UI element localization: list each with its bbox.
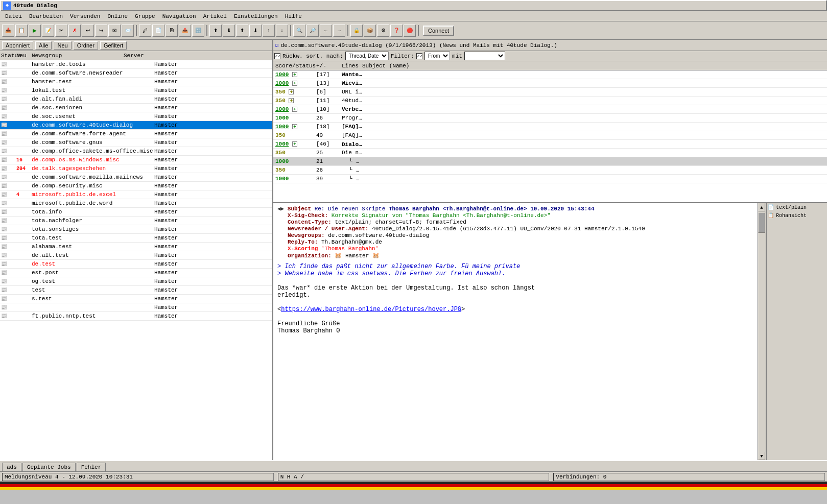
msg-row[interactable]: 350 + [11] 40tude_Dialog/2.0.15.41 (Wolf… [273, 97, 827, 105]
toolbar-btn-15[interactable]: 🔡 [192, 25, 204, 37]
scroll-thumb[interactable] [758, 212, 765, 233]
ng-row-nntp-test[interactable]: 📰 ft.public.nntp.test Hamster [0, 312, 272, 321]
menu-hilfe[interactable]: Hilfe [282, 13, 305, 20]
ng-btn-gefiltert[interactable]: Gefiltert [100, 41, 127, 50]
toolbar-btn-26[interactable]: 🔒 [350, 25, 363, 37]
toolbar-btn-17[interactable]: ⬇ [223, 25, 235, 37]
toolbar-btn-19[interactable]: ⬇ [249, 25, 262, 37]
toolbar-btn-21[interactable]: ↓ [276, 25, 288, 37]
ng-row-aldi[interactable]: 📰 de.alt.fan.aldi Hamster [0, 95, 272, 104]
mit-dropdown[interactable] [464, 52, 505, 60]
msg-row[interactable]: 1000 26 Programme zu Face und X-Face (Th… [273, 114, 827, 123]
filter-from-dropdown[interactable]: From [424, 52, 450, 60]
toolbar-btn-30[interactable]: 🔴 [404, 25, 416, 37]
toolbar-btn-11[interactable]: 🖊 [139, 25, 151, 37]
sort-checkbox[interactable]: ✓ [274, 53, 280, 59]
ng-row-40tude-dialog[interactable]: 📰 de.comm.software.40tude-dialog Hamster [0, 121, 272, 130]
ng-row-newsreader[interactable]: 📰 de.comm.software.newsreader Hamster [0, 69, 272, 78]
msg-row[interactable]: 1000 + [46] Dialog FAQ (Wolfgang Bauer) … [273, 140, 827, 149]
ng-row-alt-test[interactable]: 📰 de.alt.test Hamster [0, 251, 272, 260]
msg-row[interactable]: 350 25 Die neuen Skripte (Wolfgang Bauer… [273, 149, 827, 157]
msg-row[interactable]: 1000 39 └ Thomas Barghahn [273, 175, 827, 183]
ng-row-ms-office[interactable]: 📰 de.comp.office-pakete.ms-office.misc H… [0, 147, 272, 156]
tab-fehler[interactable]: Fehler [77, 463, 106, 471]
toolbar-btn-2[interactable]: 📋 [15, 25, 28, 37]
toolbar-btn-16[interactable]: ⬆ [209, 25, 222, 37]
toolbar-btn-5[interactable]: ✂ [55, 25, 67, 37]
ng-row-excel[interactable]: 📰 4 microsoft.public.de.excel Hamster [0, 190, 272, 199]
toolbar-btn-10[interactable]: 📨 [122, 25, 134, 37]
menu-artikel[interactable]: Artikel [200, 13, 230, 20]
ng-row-tagesgeschehen[interactable]: 📰 204 de.talk.tagesgeschehen Hamster [0, 164, 272, 173]
ng-btn-ordner[interactable]: Ordner [74, 41, 98, 50]
msg-row[interactable]: 350 26 └ Wolfgang Bauer [273, 166, 827, 175]
toolbar-btn-4[interactable]: 📝 [42, 25, 54, 37]
msg-row[interactable]: 1000 + [13] Wieviel Dialognutzer dürfte … [273, 79, 827, 88]
message-scrollbar[interactable]: ▲ ▼ [758, 203, 766, 460]
toolbar-btn-12[interactable]: 📄 [152, 25, 164, 37]
toolbar-btn-28[interactable]: ⚙ [377, 25, 389, 37]
toolbar-btn-7[interactable]: ↩ [82, 25, 94, 37]
connect-button[interactable]: Connect [423, 26, 454, 36]
menu-gruppe[interactable]: Gruppe [132, 13, 158, 20]
toolbar-btn-24[interactable]: ← [320, 25, 332, 37]
toolbar-btn-1[interactable]: 📥 [2, 25, 14, 37]
ng-row-lokal-test[interactable]: 📰 lokal.test Hamster [0, 86, 272, 95]
ng-row-mozilla[interactable]: 📰 de.comm.software.mozilla.mailnews Hams… [0, 173, 272, 182]
toolbar-btn-14[interactable]: 📤 [179, 25, 191, 37]
ng-row-security[interactable]: 📰 de.comp.security.misc Hamster [0, 182, 272, 190]
ng-row-tota-info[interactable]: 📰 tota.info Hamster [0, 208, 272, 217]
msg-row[interactable]: 1000 + [17] Wanted! (Thomas Barghahn) [273, 70, 827, 79]
tab-ads[interactable]: ads [2, 463, 21, 471]
ng-row-senioren[interactable]: 📰 de.soc.senioren Hamster [0, 104, 272, 112]
filter-checkbox[interactable]: ✓ [416, 53, 422, 59]
toolbar-btn-20[interactable]: ↑ [263, 25, 275, 37]
ng-row-hamster-test[interactable]: 📰 hamster.test Hamster [0, 78, 272, 86]
menu-datei[interactable]: Datei [2, 13, 25, 20]
toolbar-btn-9[interactable]: ✉ [108, 25, 121, 37]
scroll-up-btn[interactable]: ▲ [758, 203, 765, 211]
ng-row-forte-agent[interactable]: 📰 de.comm.software.forte-agent Hamster [0, 130, 272, 138]
toolbar-btn-18[interactable]: ⬆ [236, 25, 248, 37]
menu-einstellungen[interactable]: Einstellungen [231, 13, 281, 20]
ng-row-test[interactable]: 📰 test Hamster [0, 286, 272, 295]
ng-row-tota-nachfolger[interactable]: 📰 tota.nachfolger Hamster [0, 217, 272, 225]
expand-icon[interactable]: + [289, 98, 294, 103]
toolbar-btn-27[interactable]: 📦 [364, 25, 376, 37]
sort-dropdown[interactable]: Thread, Date [345, 52, 389, 60]
msg-row[interactable]: 1000 + [18] [FAQ] Formulierung einer Ant… [273, 123, 827, 131]
menu-versenden[interactable]: Versenden [67, 13, 103, 20]
msg-row[interactable]: 1000 + [10] Verbesserung von Dialog lohn… [273, 105, 827, 114]
toolbar-btn-6[interactable]: ✗ [68, 25, 81, 37]
ng-row-gnus[interactable]: 📰 de.comm.software.gnus Hamster [0, 138, 272, 147]
expand-icon[interactable]: + [292, 81, 297, 86]
ng-btn-neu[interactable]: Neu [54, 41, 71, 50]
toolbar-btn-13[interactable]: 🖹 [166, 25, 178, 37]
ng-row-ms-windows[interactable]: 📰 16 de.comp.os.ms-windows.misc Hamster [0, 156, 272, 164]
ng-row-hamster-tools[interactable]: 📰 hamster.de.tools Hamster [0, 60, 272, 69]
toolbar-btn-8[interactable]: ↪ [95, 25, 107, 37]
ng-btn-alle[interactable]: Alle [35, 41, 52, 50]
scroll-down-btn[interactable]: ▼ [758, 452, 765, 460]
ng-row-usenet[interactable]: 📰 de.soc.usenet Hamster [0, 112, 272, 121]
toolbar-btn-3[interactable]: ▶ [29, 25, 41, 37]
expand-icon[interactable]: + [292, 72, 297, 77]
menu-navigation[interactable]: Navigation [159, 13, 199, 20]
ng-row-est-post[interactable]: 📰 est.post Hamster [0, 269, 272, 277]
ng-row-alabama-test[interactable]: 📰 alabama.test Hamster [0, 243, 272, 251]
ng-row-s-test[interactable]: 📰 s.test Hamster [0, 295, 272, 303]
ng-row-de-test[interactable]: 📰 de.test Hamster [0, 260, 272, 269]
ng-row-tota-sonstiges[interactable]: 📰 tota.sonstiges Hamster [0, 225, 272, 234]
expand-icon[interactable]: + [292, 107, 297, 112]
toolbar-btn-22[interactable]: 🔍 [293, 25, 305, 37]
msg-row[interactable]: 1000 21 └ Thomas Barghahn [273, 157, 827, 166]
toolbar-btn-25[interactable]: → [333, 25, 345, 37]
body-link[interactable]: https://www.barghahn-online.de/Pictures/… [281, 306, 461, 313]
menu-online[interactable]: Online [104, 13, 131, 20]
tab-geplante-jobs[interactable]: Geplante Jobs [22, 463, 76, 471]
ng-btn-abonniert[interactable]: Abonniert [2, 41, 33, 50]
msg-row[interactable]: 350 + [6] URL in Dialog nicht klickbar (… [273, 88, 827, 97]
expand-icon[interactable]: + [292, 141, 297, 147]
menu-bearbeiten[interactable]: Bearbeiten [26, 13, 66, 20]
toolbar-btn-29[interactable]: ❓ [390, 25, 403, 37]
